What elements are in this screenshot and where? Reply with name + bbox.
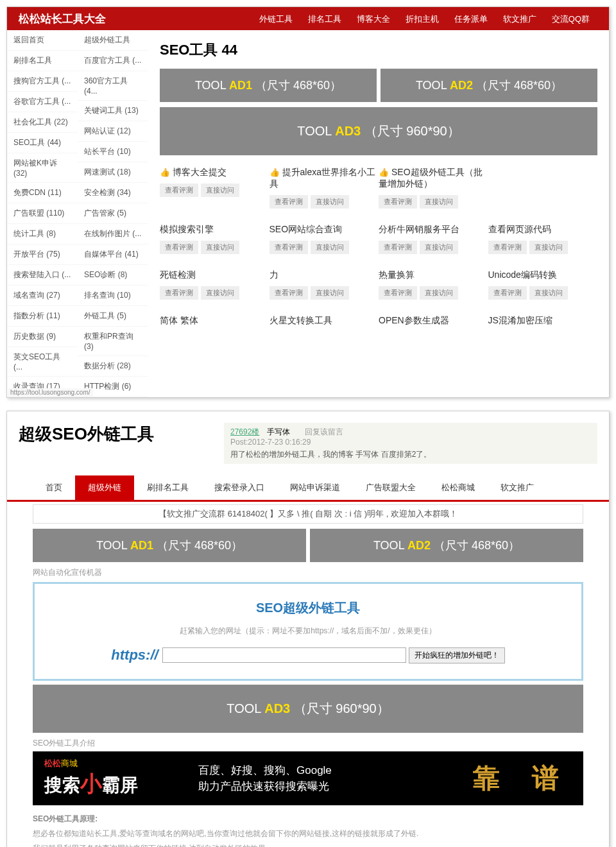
tool-name[interactable]: 热量换算 <box>379 270 488 281</box>
comment-floor-link[interactable]: 27692楼 <box>230 427 259 436</box>
sidebar-link[interactable]: 搜索登陆入口 (... <box>7 265 78 286</box>
tool-action-button[interactable]: 查看评测 <box>488 286 527 300</box>
sidebar-link[interactable]: 谷歌官方工具 (... <box>7 92 78 112</box>
sidebar-link[interactable]: 刷排名工具 <box>7 51 78 71</box>
sidebar-link[interactable]: SEO工具 (44) <box>7 133 78 153</box>
tool-action-button[interactable]: 查看评测 <box>160 286 198 300</box>
sidebar-link[interactable]: 关键词工具 (13) <box>78 101 148 121</box>
sidebar-link[interactable]: 统计工具 (8) <box>7 224 78 244</box>
nav-link[interactable]: 外链工具 <box>259 14 293 24</box>
tool-action-button[interactable]: 查看评测 <box>488 241 527 254</box>
tool-name[interactable]: 查看网页源代码 <box>488 224 598 235</box>
tool-name[interactable]: 👍SEO超级外链工具（批量增加外链） <box>379 167 488 190</box>
tool-item: 👍博客大全提交查看评测直接访问 <box>160 167 270 209</box>
sidebar-link[interactable]: 排名查询 (10) <box>78 286 148 306</box>
sidebar-link[interactable]: 网站认证 (12) <box>78 121 148 142</box>
tool-action-button[interactable]: 查看评测 <box>270 241 308 254</box>
tool-name[interactable]: 火星文转换工具 <box>270 315 379 327</box>
tool-action-button[interactable]: 直接访问 <box>201 286 239 300</box>
tool-action-button[interactable]: 查看评测 <box>160 184 198 197</box>
ad-slot-3[interactable]: TOOL AD3 （尺寸 960*90） <box>160 107 597 155</box>
thumb-icon: 👍 <box>379 167 389 177</box>
tool-item: 火星文转换工具 <box>270 315 379 332</box>
sidebar-link[interactable]: 返回首页 <box>7 30 78 51</box>
sidebar-link[interactable]: 免费CDN (11) <box>7 183 78 203</box>
tool-action-button[interactable]: 直接访问 <box>420 241 458 254</box>
tool-action-button[interactable]: 直接访问 <box>311 241 349 254</box>
sidebar-link[interactable]: 360官方工具 (4... <box>78 71 148 101</box>
ad-slot-1[interactable]: TOOL AD1 （尺寸 468*60） <box>160 69 377 102</box>
tool-action-button[interactable]: 直接访问 <box>311 286 349 300</box>
nav-link[interactable]: 折扣主机 <box>406 14 439 24</box>
ad-slot-3b[interactable]: TOOL AD3 （尺寸 960*90） <box>33 685 583 733</box>
tool-action-button[interactable]: 直接访问 <box>311 195 349 209</box>
tool-action-button[interactable]: 查看评测 <box>270 195 308 209</box>
nav-link[interactable]: 软文推广 <box>503 14 536 24</box>
nav2-link[interactable]: 网站申诉渠道 <box>277 475 353 500</box>
ad-slot-1b[interactable]: TOOL AD1 （尺寸 468*60） <box>33 529 306 562</box>
sidebar-link[interactable]: 权重和PR查询 (3) <box>78 327 148 356</box>
tool-name[interactable]: 死链检测 <box>160 270 270 281</box>
sidebar-link[interactable]: 安全检测 (34) <box>78 183 148 203</box>
sidebar-link[interactable]: 广告联盟 (110) <box>7 203 78 224</box>
tool-action-button[interactable]: 查看评测 <box>270 286 308 300</box>
tool-action-button[interactable]: 直接访问 <box>529 241 568 254</box>
promo-banner[interactable]: 松松商城 搜索小霸屏 百度、好搜、搜狗、Google助力产品快速获得搜索曝光 靠… <box>33 751 583 805</box>
tool-action-button[interactable]: 查看评测 <box>160 241 198 254</box>
nav-link[interactable]: 任务派单 <box>454 14 488 24</box>
reply-link[interactable]: 回复该留言 <box>305 427 343 436</box>
tool-name[interactable]: 👍博客大全提交 <box>160 167 270 178</box>
url-input[interactable] <box>162 647 406 663</box>
tool-name[interactable]: SEO网站综合查询 <box>270 224 379 235</box>
tool-name[interactable]: 力 <box>270 270 379 281</box>
nav-link[interactable]: 博客大全 <box>357 14 390 24</box>
tool-item: 热量换算查看评测直接访问 <box>379 270 488 300</box>
sidebar-link[interactable]: 数据分析 (28) <box>78 356 148 377</box>
tool-action-button[interactable]: 直接访问 <box>201 241 239 254</box>
sidebar-link[interactable]: 站长平台 (10) <box>78 142 148 162</box>
sidebar-link[interactable]: 百度官方工具 (... <box>78 51 148 71</box>
tool-action-button[interactable]: 直接访问 <box>529 286 568 300</box>
sidebar-link[interactable]: 外链工具 (5) <box>78 306 148 327</box>
tool-name[interactable]: Unicode编码转换 <box>488 270 598 281</box>
sidebar-link[interactable]: 开放平台 (75) <box>7 244 78 265</box>
ad-slot-2[interactable]: TOOL AD2 （尺寸 468*60） <box>381 69 597 102</box>
tool-action-button[interactable]: 直接访问 <box>420 195 458 209</box>
tool-action-button[interactable]: 查看评测 <box>379 286 417 300</box>
tool-action-button[interactable]: 查看评测 <box>379 195 417 209</box>
submit-button[interactable]: 开始疯狂的增加外链吧！ <box>409 647 505 663</box>
tool-name[interactable]: 👍提升alexa世界排名小工具 <box>270 167 379 190</box>
sidebar-link[interactable]: 英文SEO工具 (... <box>7 347 78 377</box>
nav2-link[interactable]: 刷排名工具 <box>134 475 201 500</box>
tool-name[interactable]: OPEN参数生成器 <box>379 315 488 327</box>
tool-action-button[interactable]: 直接访问 <box>201 184 239 197</box>
nav-link[interactable]: 交流QQ群 <box>552 14 590 24</box>
sidebar-link[interactable]: 网速测试 (18) <box>78 162 148 183</box>
tool-name[interactable]: 简体 繁体 <box>160 315 270 327</box>
tool-name[interactable]: 分析牛网销服务平台 <box>379 224 488 235</box>
sidebar-link[interactable]: 广告管家 (5) <box>78 203 148 224</box>
ad-slot-2b[interactable]: TOOL AD2 （尺寸 468*60） <box>310 529 583 562</box>
nav2-link[interactable]: 首页 <box>33 475 75 500</box>
tool-name[interactable]: JS混淆加密压缩 <box>488 315 598 327</box>
sidebar-link[interactable]: 指数分析 (11) <box>7 306 78 327</box>
nav-link[interactable]: 排名工具 <box>308 14 341 24</box>
tool-action-button[interactable]: 查看评测 <box>379 241 417 254</box>
tool-name[interactable]: 模拟搜索引擎 <box>160 224 270 235</box>
sidebar-link[interactable]: 历史数据 (9) <box>7 327 78 347</box>
sidebar-link[interactable]: 网站被K申诉 (32) <box>7 153 78 183</box>
nav2-link[interactable]: 广告联盟大全 <box>353 475 429 500</box>
nav2-link[interactable]: 松松商城 <box>429 475 488 500</box>
nav2-link[interactable]: 超级外链 <box>75 475 134 500</box>
nav2-link[interactable]: 搜索登录入口 <box>201 475 277 500</box>
sidebar-link[interactable]: 搜狗官方工具 (... <box>7 71 78 92</box>
sidebar-link[interactable]: 超级外链工具 <box>78 30 148 51</box>
sidebar-link[interactable]: 域名查询 (27) <box>7 286 78 306</box>
nav2-link[interactable]: 软文推广 <box>488 475 547 500</box>
tool-action-button[interactable]: 直接访问 <box>420 286 458 300</box>
comment-box: 27692楼 手写体 回复该留言 Post:2012-7-23 0:16:29 … <box>224 423 597 464</box>
sidebar-link[interactable]: 社会化工具 (22) <box>7 112 78 133</box>
sidebar-link[interactable]: 在线制作图片 (... <box>78 224 148 244</box>
sidebar-link[interactable]: SEO诊断 (8) <box>78 265 148 286</box>
sidebar-link[interactable]: 自媒体平台 (41) <box>78 244 148 265</box>
